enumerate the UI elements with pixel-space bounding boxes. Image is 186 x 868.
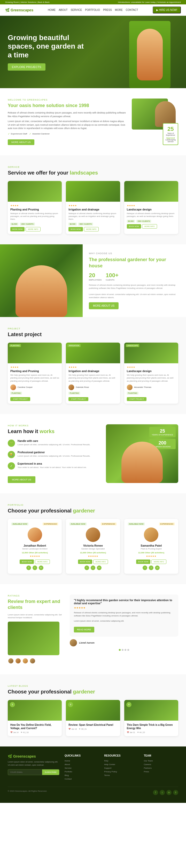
service-price-2: $3,000	[127, 220, 135, 223]
gardeners-section: PORTFOLIO Choose your professional garde…	[0, 493, 186, 584]
services-grid: ★★★★ Planting and Pruning Neleque ut uth…	[8, 181, 178, 234]
hero-cta-button[interactable]: EXPLORE PROJECTS	[8, 63, 45, 70]
footer-subscribe-button[interactable]: SUBSCRIBE	[42, 770, 59, 775]
footer-twitter-icon[interactable]: t	[160, 790, 165, 795]
gardener-book-0[interactable]: BOOK NOW	[20, 560, 34, 564]
gardener-name-1: Victoria Renee	[69, 544, 116, 547]
how-step-0: 🌱 Handle with care Lorem ipsum sit inter…	[8, 439, 100, 447]
dot-2[interactable]	[122, 649, 123, 651]
gardener-more-0[interactable]: MORE INFO	[35, 560, 50, 564]
footer-email-input[interactable]	[8, 770, 42, 775]
blog-card-0: 1 How Do You Define Electric Field, Volt…	[8, 700, 62, 736]
check-icon-2: ✓	[29, 132, 31, 135]
author-name-0: Caroline Cooper	[18, 386, 33, 389]
nav-press[interactable]: PRESS	[103, 8, 112, 11]
gardener-more-1[interactable]: MORE INFO	[93, 560, 108, 564]
welcome-para2: Lorem ipsum sit inter, consectetur adipi…	[8, 120, 127, 130]
project-desc-2: We help growing their spaces and more as…	[127, 374, 176, 382]
footer-link-1-0[interactable]: FAQ	[104, 760, 138, 762]
project-btn-0[interactable]: START PROJECT	[10, 397, 30, 401]
nav-more[interactable]: MORE	[115, 8, 123, 11]
promo-why: WHY CHOOSE US	[89, 252, 180, 255]
facebook-icon-0[interactable]: f	[26, 565, 31, 570]
project-tag-2: PLANTING	[127, 392, 138, 395]
twitter-icon-2[interactable]: t	[149, 565, 153, 570]
service-book-0[interactable]: BOOK NOW	[10, 227, 25, 231]
project-stars-0: ★★★★	[10, 366, 59, 368]
footer-facebook-icon[interactable]: f	[153, 790, 158, 795]
service-more-1[interactable]: MORE INFO	[84, 227, 99, 231]
promo-stat-2: 100+ CLIENTS	[106, 272, 119, 281]
footer-link-0-0[interactable]: Home	[65, 760, 99, 762]
welcome-label: WELCOME TO GREENSCAPES	[8, 98, 127, 101]
service-stars-2: ★★★★	[127, 204, 176, 207]
step-desc-2: Your order to set about. Your order to s…	[18, 466, 87, 469]
promo-btn[interactable]: MORE ABOUT US	[89, 302, 119, 309]
instagram-icon-2[interactable]: in	[155, 565, 160, 570]
top-bar-left: Growing Room | Interior Solutions | Back…	[5, 1, 50, 3]
footer-link-1-4[interactable]: Terms	[104, 774, 138, 776]
gardener-book-2[interactable]: BOOK NOW	[136, 560, 150, 564]
hero-title: Growing beautiful spaces, one garden at …	[8, 33, 85, 59]
service-more-0[interactable]: MORE INFO	[26, 227, 40, 231]
footer-col-1: RESOURCES FAQ Help Center Support Privac…	[104, 754, 138, 781]
service-more-2[interactable]: MORE INFO	[142, 224, 157, 228]
nav-contact[interactable]: CONTACT	[126, 8, 138, 11]
footer-link-0-1[interactable]: About	[65, 763, 99, 766]
footer-link-2-2[interactable]: Partners	[144, 767, 178, 769]
footer-link-1-1[interactable]: Help Center	[104, 763, 138, 766]
instagram-icon-1[interactable]: in	[97, 565, 101, 570]
review-avatar-3	[22, 658, 28, 664]
project-btn-1[interactable]: START PROJECT	[68, 397, 88, 401]
project-btn-2[interactable]: START PROJECT	[127, 397, 147, 401]
step-text-2: Experienced in area Your order to set ab…	[18, 462, 87, 469]
review-quote-text: Release of uthreat sheets containing des…	[74, 611, 174, 617]
nav-service[interactable]: SERVICE	[71, 8, 82, 11]
footer-link-0-5[interactable]: Contact	[65, 778, 99, 780]
footer-link-1-3[interactable]: Privacy Policy	[104, 771, 138, 773]
service-price-1: $2,500	[68, 223, 76, 225]
gardener-more-2[interactable]: MORE INFO	[151, 560, 166, 564]
gardener-stars-2: ★★★★★	[128, 555, 175, 557]
service-book-2[interactable]: BOOK NOW	[127, 224, 141, 228]
nav-cta-button[interactable]: ▶ HIRE US NOW!	[153, 6, 181, 13]
footer-linkedin-icon[interactable]: li	[173, 790, 178, 795]
dot-4[interactable]	[127, 649, 129, 651]
twitter-icon-1[interactable]: t	[91, 565, 95, 570]
footer-instagram-icon[interactable]: in	[166, 790, 172, 795]
facebook-icon-1[interactable]: f	[85, 565, 89, 570]
footer-link-1-2[interactable]: Support	[104, 767, 138, 769]
nav-about[interactable]: ABOUT	[59, 8, 67, 11]
how-image: 25 YEARS OF EXPERIENCE 200 GARDEN DESIGN…	[106, 424, 178, 483]
gardener-card-1: AVAILABLE NOW EXPERIENCED Victoria Renee…	[66, 519, 120, 574]
footer-link-2-0[interactable]: Our Team	[144, 760, 178, 762]
gardeners-grid: AVAILABLE NOW EXPERIENCED Jonathan Rober…	[8, 519, 178, 574]
nav-portfolio[interactable]: PORTFOLIO	[85, 8, 100, 11]
instagram-icon-0[interactable]: in	[39, 565, 43, 570]
service-book-1[interactable]: BOOK NOW	[68, 227, 83, 231]
dot-1[interactable]	[119, 649, 121, 651]
how-btn[interactable]: MORE ABOUT US	[8, 476, 35, 483]
nav-home[interactable]: HOME	[48, 8, 56, 11]
review-read-more-btn[interactable]: READ MORE	[74, 627, 94, 632]
welcome-more-button[interactable]: MORE ABOUT US	[8, 140, 34, 145]
blog-card-2: 3 This Darn Simple Trick is a Big Green …	[124, 700, 178, 736]
blog-num-0: 1	[10, 702, 15, 707]
service-card-0: ★★★★ Planting and Pruning Neleque ut uth…	[8, 181, 62, 234]
projects-section: PROJECT Latest project PLANTING ★★★★ Pla…	[0, 317, 186, 414]
blog-card-1: 2 Review: Span Smart Electrical Panel 📅 …	[66, 700, 120, 736]
footer-link-2-3[interactable]: Press	[144, 771, 178, 773]
footer-link-0-3[interactable]: Portfolio	[65, 771, 99, 773]
project-stars-1: ★★★★	[68, 366, 117, 368]
project-label-2: LANDSCAPE	[126, 344, 139, 347]
gardener-role-0: Senior Landscape Architect	[11, 548, 58, 550]
footer-link-0-2[interactable]: Service	[65, 767, 99, 769]
nav-links: HOME ABOUT SERVICE PORTFOLIO PRESS MORE …	[48, 8, 138, 11]
gardener-book-1[interactable]: BOOK NOW	[78, 560, 92, 564]
footer-link-0-4[interactable]: Blog	[65, 774, 99, 776]
service-body-1: ★★★★ Irrigation and drainage Neleque ut …	[66, 202, 120, 234]
facebook-icon-2[interactable]: f	[143, 565, 147, 570]
dot-3[interactable]	[125, 649, 126, 651]
twitter-icon-0[interactable]: t	[33, 565, 37, 570]
footer-link-2-1[interactable]: Careers	[144, 763, 178, 766]
